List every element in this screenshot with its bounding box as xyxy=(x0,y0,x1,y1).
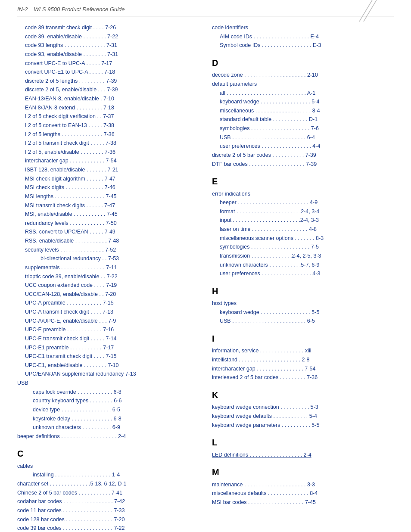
entry-error-misc-scanner: miscellaneous scanner options . . . . . … xyxy=(212,234,394,243)
entry-default-stdtable: standard default table . . . . . . . . .… xyxy=(212,115,394,124)
page-id: IN-2 xyxy=(17,6,28,12)
section-m-header: M xyxy=(212,465,394,479)
entry-code39-transmit: code 39 transmit check digit . . . . 7-2… xyxy=(17,23,199,32)
entry-msi-enable: MSI, enable/disable . . . . . . . . . . … xyxy=(17,210,199,219)
entry-msi-algo: MSI check digit algorithm . . . . . . 7-… xyxy=(17,174,199,184)
entry-code39-enable: code 39, enable/disable . . . . . . . . … xyxy=(17,32,199,41)
entry-decode-zone: decode zone . . . . . . . . . . . . . . … xyxy=(212,71,394,80)
entry-default-usb: USB . . . . . . . . . . . . . . . . . . … xyxy=(212,133,394,142)
header-slash-decor xyxy=(346,0,377,22)
left-column: code 39 transmit check digit . . . . 7-2… xyxy=(17,23,199,532)
entry-ucc-ean128: UCC/EAN-128, enable/disable . . 7-20 xyxy=(17,290,199,299)
entry-convert-upce1-upca: convert UPC-E1 to UPC-A . . . . . 7-18 xyxy=(17,68,199,77)
entry-kb-defaults: keyboard wedge defaults . . . . . . . . … xyxy=(212,412,394,421)
entry-interleaved2of5: interleaved 2 of 5 bar codes . . . . . .… xyxy=(212,373,394,382)
page-header: IN-2 WLS 9500 Product Reference Guide xyxy=(0,0,411,16)
entry-msi-lengths: MSI lengths . . . . . . . . . . . . . . … xyxy=(17,192,199,201)
entry-chinese2of5: Chinese 2 of 5 bar codes . . . . . . . .… xyxy=(17,488,199,498)
section-h-header: H xyxy=(212,284,394,298)
entry-default-symb: symbologies . . . . . . . . . . . . . . … xyxy=(212,124,394,133)
entry-i2of5-lengths: I 2 of 5 lengths . . . . . . . . . . . .… xyxy=(17,130,199,139)
entry-symbol-code-ids: Symbol code IDs . . . . . . . . . . . . … xyxy=(212,41,394,50)
entry-misc-defaults: miscellaneous defaults . . . . . . . . .… xyxy=(212,489,394,498)
entry-code11: code 11 bar codes . . . . . . . . . . . … xyxy=(17,506,199,515)
page-content: code 39 transmit check digit . . . . 7-2… xyxy=(0,23,411,532)
entry-beeper-def: beeper definitions . . . . . . . . . . .… xyxy=(17,432,199,441)
entry-upce1-enable: UPC-E1, enable/disable . . . . . . . . 7… xyxy=(17,361,199,370)
entry-discrete2of5-enable: discrete 2 of 5, enable/disable . . . 7-… xyxy=(17,85,199,94)
entry-usb-country: country keyboard types . . . . . . . . 6… xyxy=(17,396,199,405)
entry-led-def: LED definitions . . . . . . . . . . . . … xyxy=(212,451,394,460)
entry-error-symb: symbologies . . . . . . . . . . . . . . … xyxy=(212,243,394,252)
entry-aim-code-ids: AIM code IDs . . . . . . . . . . . . . .… xyxy=(212,32,394,41)
right-column: code identifiers AIM code IDs . . . . . … xyxy=(212,23,394,507)
section-i-header: I xyxy=(212,332,394,345)
entry-usb-parent: USB xyxy=(17,379,199,388)
entry-error-transmission: transmission . . . . . . . . . . . . . .… xyxy=(212,252,394,261)
entry-dtf-bar: DTF bar codes . . . . . . . . . . . . . … xyxy=(212,160,394,169)
header-rule xyxy=(17,16,394,16)
entry-upc-ean-jan: UPC/EAN/JAN supplemental redundancy 7-13 xyxy=(17,370,199,379)
entry-discrete2of5-lengths: discrete 2 of 5 lengths . . . . . . . . … xyxy=(17,77,199,86)
entry-usb-keystroke: keystroke delay . . . . . . . . . . . . … xyxy=(17,414,199,423)
entry-error-input: input . . . . . . . . . . . . . . . . . … xyxy=(212,216,394,225)
entry-isbt128: ISBT 128, enable/disable . . . . . . . 7… xyxy=(17,165,199,174)
entry-maintenance: maintenance . . . . . . . . . . . . . . … xyxy=(212,480,394,489)
entry-default-misc: miscellaneous . . . . . . . . . . . . . … xyxy=(212,106,394,115)
entry-code128: code 128 bar codes . . . . . . . . . . .… xyxy=(17,515,199,524)
entry-error-indications-parent: error indications xyxy=(212,190,394,199)
entry-error-userprefs: user preferences . . . . . . . . . . . .… xyxy=(212,269,394,278)
entry-error-beeper: beeper . . . . . . . . . . . . . . . . .… xyxy=(212,198,394,207)
entry-error-laser: laser on time . . . . . . . . . . . . . … xyxy=(212,225,394,234)
entry-code39-bar: code 39 bar codes . . . . . . . . . . . … xyxy=(17,524,199,532)
entry-upce-transmit: UPC-E transmit check digit . . . . . 7-1… xyxy=(17,334,199,343)
entry-host-types-parent: host types xyxy=(212,299,394,308)
section-c-header: C xyxy=(17,447,199,460)
entry-discrete2of5-bar: discrete 2 of 5 bar codes . . . . . . . … xyxy=(212,151,394,160)
entry-rss-convert: RSS, convert to UPC/EAN . . . . . 7-49 xyxy=(17,227,199,236)
entry-i2of5-convert: I 2 of 5 convert to EAN-13 . . . . . 7-3… xyxy=(17,121,199,130)
entry-ean13-enable: EAN-13/EAN-8, enable/disable . 7-10 xyxy=(17,94,199,103)
entry-convert-upce-upca: convert UPC-E to UPC-A . . . . . 7-17 xyxy=(17,59,199,68)
entry-trioptic: trioptic code 39, enable/disable . . 7-2… xyxy=(17,272,199,281)
entry-i2of5-transmit: I 2 of 5 transmit check digit . . . . . … xyxy=(17,139,199,148)
entry-i2of5-enable: I 2 of 5, enable/disable . . . . . . . .… xyxy=(17,148,199,157)
entry-kb-connection: keyboard wedge connection . . . . . . . … xyxy=(212,403,394,412)
entry-bidirectional: bi-directional redundancy . . 7-53 xyxy=(17,254,199,263)
entry-codabar: codabar bar codes . . . . . . . . . . . … xyxy=(17,497,199,506)
entry-cables-parent: cables xyxy=(17,462,199,471)
entry-host-kbwedge: keyboard wedge . . . . . . . . . . . . .… xyxy=(212,308,394,317)
entry-code93-enable: code 93, enable/disable . . . . . . . . … xyxy=(17,50,199,59)
entry-interchar-gap: intercharacter gap . . . . . . . . . . .… xyxy=(17,156,199,165)
entry-error-unknown: unknown characters . . . . . . . . . . .… xyxy=(212,261,394,270)
entry-info-service: information, service . . . . . . . . . .… xyxy=(212,346,394,355)
entry-upca-preamble: UPC-A preamble . . . . . . . . . . . . 7… xyxy=(17,299,199,308)
entry-msi-digits: MSI check digits . . . . . . . . . . . .… xyxy=(17,183,199,192)
entry-upce-preamble: UPC-E preamble . . . . . . . . . . . . 7… xyxy=(17,325,199,334)
entry-code-identifiers-parent: code identifiers xyxy=(212,23,394,32)
entry-upce1-preamble: UPC-E1 preamble . . . . . . . . . . . 7-… xyxy=(17,343,199,352)
section-l-header: L xyxy=(212,436,394,449)
entry-intellistand: intellistand . . . . . . . . . . . . . .… xyxy=(212,355,394,364)
entry-default-all: all . . . . . . . . . . . . . . . . . . … xyxy=(212,89,394,98)
section-k-header: K xyxy=(212,388,394,402)
entry-rss-enable: RSS, enable/disable . . . . . . . . . . … xyxy=(17,236,199,246)
entry-error-format: format . . . . . . . . . . . . . . . . .… xyxy=(212,207,394,216)
entry-redundancy: redundancy levels . . . . . . . . . . . … xyxy=(17,219,199,228)
entry-default-userprefs: user preferences . . . . . . . . . . . .… xyxy=(212,142,394,151)
entry-interchar-gap-r: intercharacter gap . . . . . . . . . . .… xyxy=(212,364,394,373)
entry-upce1-transmit: UPC-E1 transmit check digit . . . . 7-15 xyxy=(17,352,199,361)
entry-character-set: character set . . . . . . . . . . . . . … xyxy=(17,479,199,488)
entry-usb-unknown: unknown characters . . . . . . . . . . 6… xyxy=(17,423,199,432)
entry-i2of5-check: I 2 of 5 check digit verification . . 7-… xyxy=(17,112,199,121)
entry-msi-transmit: MSI transmit check digits . . . . . . 7-… xyxy=(17,201,199,210)
entry-usb-caps: caps lock override . . . . . . . . . . .… xyxy=(17,388,199,397)
entry-upca-transmit: UPC-A transmit check digit . . . . 7-13 xyxy=(17,308,199,317)
entry-ucc-coupon: UCC coupon extended code . . . . 7-19 xyxy=(17,281,199,290)
entry-upca-upce-enable: UPC-A/UPC-E, enable/disable . . . 7-9 xyxy=(17,317,199,326)
entry-kb-params: keyboard wedge parameters . . . . . . . … xyxy=(212,421,394,430)
entry-code93-lengths: code 93 lengths . . . . . . . . . . . . … xyxy=(17,41,199,50)
entry-cables-installing: installing . . . . . . . . . . . . . . .… xyxy=(17,470,199,479)
section-e-header: E xyxy=(212,174,394,188)
entry-usb-device: device type . . . . . . . . . . . . . . … xyxy=(17,405,199,414)
